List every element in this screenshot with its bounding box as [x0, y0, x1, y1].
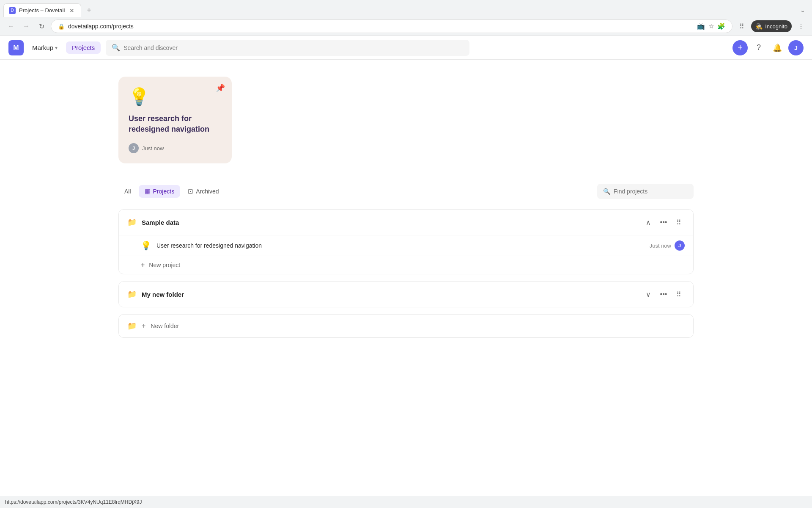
pinned-card[interactable]: 📌 💡 User research for redesigned navigat…	[118, 77, 232, 163]
tab-favicon: D	[9, 7, 16, 14]
project-avatar: J	[675, 240, 685, 251]
folder-more-button-2[interactable]: •••	[658, 288, 669, 300]
folder-icon-2: 📁	[127, 290, 137, 299]
card-emoji: 💡	[129, 87, 222, 107]
card-title: User research for redesigned navigation	[129, 113, 222, 135]
address-right-icons: 📺 ☆ 🧩	[697, 22, 725, 30]
search-bar[interactable]: 🔍	[106, 40, 469, 56]
tab-projects-label: Projects	[153, 188, 175, 195]
window-controls: ⌄	[797, 4, 809, 16]
main-content: 📌 💡 User research for redesigned navigat…	[110, 60, 702, 362]
folder-my-new-folder: 📁 My new folder ∨ ••• ⠿	[118, 281, 694, 307]
menu-button[interactable]: ⋮	[795, 20, 807, 32]
search-input[interactable]	[123, 44, 464, 51]
new-tab-button[interactable]: +	[83, 4, 95, 16]
folder-sample-data-name: Sample data	[142, 219, 637, 226]
tab-projects[interactable]: ▦ Projects	[139, 185, 181, 198]
new-project-plus-icon: +	[141, 261, 145, 269]
tab-archived[interactable]: ⊡ Archived	[182, 185, 225, 198]
card-time: Just now	[142, 145, 164, 152]
address-text: dovetailapp.com/projects	[68, 23, 134, 30]
address-bar[interactable]: 🔒 dovetailapp.com/projects 📺 ☆ 🧩	[51, 19, 732, 33]
folder-icon: 📁	[127, 218, 137, 227]
workspace-name-button[interactable]: Markup ▾	[29, 41, 61, 54]
help-icon: ?	[757, 43, 761, 52]
extension-icon[interactable]: 🧩	[717, 22, 725, 30]
incognito-badge: 🕵 Incognito	[751, 20, 792, 32]
forward-button[interactable]: →	[20, 20, 32, 32]
new-folder-button[interactable]: 📁 + New folder	[118, 314, 694, 338]
plus-icon: +	[738, 43, 743, 52]
back-button[interactable]: ←	[5, 20, 17, 32]
folder-grid-button-2[interactable]: ⠿	[673, 288, 685, 300]
folder-collapse-button[interactable]: ∧	[642, 216, 654, 228]
add-button[interactable]: +	[732, 40, 748, 55]
project-row[interactable]: 💡 User research for redesigned navigatio…	[119, 235, 693, 256]
project-emoji: 💡	[141, 240, 151, 251]
incognito-label: Incognito	[765, 23, 787, 30]
header-actions: + ? 🔔 J	[732, 40, 804, 55]
folder-expand-button[interactable]: ∨	[642, 288, 654, 300]
new-folder-plus-icon: +	[142, 322, 145, 330]
filter-bar: All ▦ Projects ⊡ Archived 🔍	[118, 184, 694, 199]
archived-tab-icon: ⊡	[188, 188, 193, 195]
find-projects-input[interactable]	[614, 188, 688, 195]
incognito-icon: 🕵	[755, 23, 763, 30]
window-minimize[interactable]: ⌄	[797, 4, 809, 16]
folder-actions-2: ∨ ••• ⠿	[642, 288, 685, 300]
project-name: User research for redesigned navigation	[156, 242, 645, 249]
project-meta: Just now J	[650, 240, 685, 251]
folder-actions: ∧ ••• ⠿	[642, 216, 685, 228]
workspace-badge[interactable]: M	[8, 40, 24, 55]
folder-sample-data-header: 📁 Sample data ∧ ••• ⠿	[119, 210, 693, 235]
pinned-section: 📌 💡 User research for redesigned navigat…	[118, 77, 694, 163]
new-folder-icon: 📁	[127, 321, 137, 331]
filter-tabs: All ▦ Projects ⊡ Archived	[118, 185, 225, 198]
cast-icon[interactable]: 📺	[697, 22, 705, 30]
status-bar: https://dovetailapp.com/projects/3KV4yNU…	[0, 496, 812, 508]
tab-archived-label: Archived	[196, 188, 219, 195]
projects-tab-icon: ▦	[145, 188, 151, 195]
address-bar-row: ← → ↻ 🔒 dovetailapp.com/projects 📺 ☆ 🧩 ⠿…	[0, 17, 812, 36]
project-time: Just now	[650, 243, 671, 249]
workspace-chevron-icon: ▾	[55, 45, 58, 51]
app-header: M Markup ▾ Projects 🔍 + ? 🔔 J	[0, 36, 812, 60]
tab-all[interactable]: All	[118, 185, 137, 197]
tab-bar: D Projects – Dovetail ✕ + ⌄	[0, 0, 812, 17]
tab-title: Projects – Dovetail	[19, 7, 65, 14]
help-button[interactable]: ?	[751, 40, 766, 55]
folder-my-new-folder-name: My new folder	[142, 291, 637, 298]
reload-button[interactable]: ↻	[36, 20, 47, 32]
find-search-icon: 🔍	[603, 188, 610, 195]
search-icon: 🔍	[112, 44, 120, 52]
user-avatar[interactable]: J	[788, 40, 804, 55]
lock-icon: 🔒	[58, 23, 65, 30]
status-url: https://dovetailapp.com/projects/3KV4yNU…	[5, 499, 142, 505]
find-projects-search[interactable]: 🔍	[597, 184, 694, 199]
active-tab[interactable]: D Projects – Dovetail ✕	[3, 3, 81, 17]
extensions-button[interactable]: ⠿	[736, 20, 748, 32]
projects-nav-pill[interactable]: Projects	[66, 41, 101, 54]
folder-more-button[interactable]: •••	[658, 216, 669, 228]
folder-sample-data: 📁 Sample data ∧ ••• ⠿ 💡 User research fo…	[118, 209, 694, 274]
card-avatar: J	[129, 143, 139, 153]
new-folder-label: New folder	[151, 323, 179, 329]
tab-close-button[interactable]: ✕	[68, 7, 76, 14]
folder-grid-button[interactable]: ⠿	[673, 216, 685, 228]
pin-icon: 📌	[216, 83, 225, 93]
browser-chrome: D Projects – Dovetail ✕ + ⌄ ← → ↻ 🔒 dove…	[0, 0, 812, 36]
new-project-label: New project	[149, 262, 180, 268]
bell-icon: 🔔	[773, 43, 782, 52]
tab-all-label: All	[124, 188, 131, 195]
notifications-button[interactable]: 🔔	[770, 40, 785, 55]
folder-my-new-folder-header: 📁 My new folder ∨ ••• ⠿	[119, 282, 693, 307]
new-project-button[interactable]: + New project	[119, 256, 693, 274]
card-meta: J Just now	[129, 143, 222, 153]
bookmark-icon[interactable]: ☆	[708, 22, 714, 30]
